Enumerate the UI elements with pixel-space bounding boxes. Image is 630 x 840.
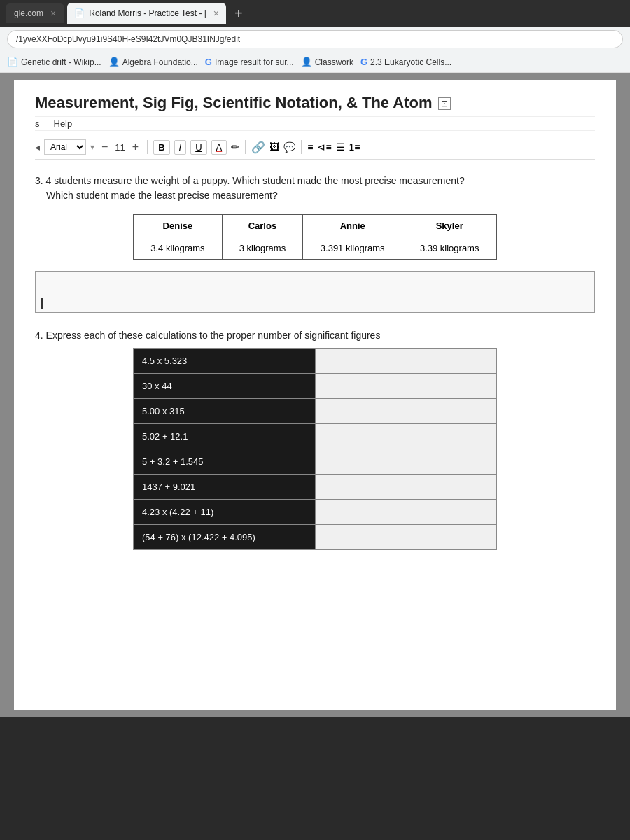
table-row: 30 x 44 xyxy=(134,374,497,399)
bookmark-label-4: Classwork xyxy=(315,57,354,67)
bookmark-icon-3: G xyxy=(205,57,212,67)
calc-answer-8[interactable] xyxy=(315,525,496,550)
tab-inactive-label: gle.com xyxy=(14,8,43,18)
calc-label-8: (54 + 76) x (12.422 + 4.095) xyxy=(134,525,316,550)
table-row: (54 + 76) x (12.422 + 4.095) xyxy=(134,525,497,550)
doc-icon: ⊡ xyxy=(438,97,451,110)
tab-bar: gle.com × 📄 Roland Morris - Practice Tes… xyxy=(0,0,630,27)
question4-number: 4. xyxy=(35,330,46,341)
table-row: 5 + 3.2 + 1.545 xyxy=(134,449,497,475)
bookmark-icon-1: 📄 xyxy=(7,57,18,67)
toolbar-minus[interactable]: − xyxy=(99,141,111,153)
toolbar-align[interactable]: ≡ xyxy=(307,141,313,153)
calc-label-4: 5.02 + 12.1 xyxy=(134,424,316,449)
bookmark-label-5: 2.3 Eukaryotic Cells... xyxy=(370,57,451,67)
col-header-carlos: Carlos xyxy=(222,215,302,237)
tab-active-icon: 📄 xyxy=(74,8,85,18)
toolbar-list-num[interactable]: 1≡ xyxy=(349,141,360,153)
calc-answer-4[interactable] xyxy=(315,424,496,449)
calc-label-6: 1437 + 9.021 xyxy=(134,475,316,500)
bookmark-genetic-drift[interactable]: 📄 Genetic drift - Wikip... xyxy=(7,57,102,67)
table-row: 5.00 x 315 xyxy=(134,399,497,424)
italic-button[interactable]: I xyxy=(174,140,187,155)
toolbar-indent-dec[interactable]: ⊲≡ xyxy=(317,141,331,153)
toolbar-sep1: ▾ xyxy=(90,142,94,152)
font-color-button[interactable]: A xyxy=(211,140,227,155)
table-row: 4.5 x 5.323 xyxy=(134,349,497,374)
table-row: 5.02 + 12.1 xyxy=(134,424,497,449)
bookmark-classwork[interactable]: 👤 Classwork xyxy=(301,57,354,67)
calc-label-3: 5.00 x 315 xyxy=(134,399,316,424)
address-text: /1yveXXFoDcpUvyu91i9S40H-eS9I42tJVm0QJB3… xyxy=(16,34,240,44)
calc-answer-3[interactable] xyxy=(315,399,496,424)
menu-item-help[interactable]: Help xyxy=(54,118,73,129)
question4-line: Express each of these calculations to th… xyxy=(46,330,381,341)
bold-button[interactable]: B xyxy=(153,140,169,155)
toolbar-arrow-left[interactable]: ◂ xyxy=(35,141,40,153)
bookmarks-bar: 📄 Genetic drift - Wikip... 👤 Algebra Fou… xyxy=(0,52,630,73)
table-row: 1437 + 9.021 xyxy=(134,475,497,500)
precision-table: Denise Carlos Annie Skyler 3.4 kilograms… xyxy=(133,214,497,260)
cell-denise: 3.4 kilograms xyxy=(134,237,223,260)
question3-number: 3. xyxy=(35,175,46,186)
toolbar-plus[interactable]: + xyxy=(130,141,141,153)
bookmark-icon-2: 👤 xyxy=(108,57,120,67)
toolbar-image[interactable]: 🖼 xyxy=(270,141,279,153)
calc-label-2: 30 x 44 xyxy=(134,374,316,399)
toolbar-pencil[interactable]: ✏ xyxy=(231,141,239,153)
question3-line1: 4 students measure the weight of a puppy… xyxy=(46,175,465,186)
col-header-annie: Annie xyxy=(303,215,402,237)
tab-inactive[interactable]: gle.com × xyxy=(6,4,64,23)
address-bar[interactable]: /1yveXXFoDcpUvyu91i9S40H-eS9I42tJVm0QJB3… xyxy=(7,30,623,48)
col-header-denise: Denise xyxy=(134,215,223,237)
underline-button[interactable]: U xyxy=(190,140,206,155)
bookmark-icon-5: G xyxy=(360,57,368,67)
calc-answer-6[interactable] xyxy=(315,475,496,500)
bookmark-icon-4: 👤 xyxy=(301,57,312,67)
question3-text: 3. 4 students measure the weight of a pu… xyxy=(35,174,595,203)
menu-bar: s Help xyxy=(35,116,595,131)
tab-active-label: Roland Morris - Practice Test - | xyxy=(89,8,206,18)
toolbar-sep4 xyxy=(301,140,302,154)
toolbar-sep3 xyxy=(245,140,246,154)
calc-label-5: 5 + 3.2 + 1.545 xyxy=(134,449,316,475)
calc-label-7: 4.23 x (4.22 + 11) xyxy=(134,500,316,525)
calc-answer-1[interactable] xyxy=(315,349,496,374)
browser-chrome: gle.com × 📄 Roland Morris - Practice Tes… xyxy=(0,0,630,73)
toolbar-sep2 xyxy=(147,140,148,154)
question4-text: 4. Express each of these calculations to… xyxy=(35,330,595,341)
new-tab-button[interactable]: + xyxy=(229,6,248,22)
doc-wrapper: Measurement, Sig Fig, Scientific Notatio… xyxy=(0,73,630,717)
calc-answer-5[interactable] xyxy=(315,449,496,475)
cell-annie: 3.391 kilograms xyxy=(303,237,402,260)
bookmark-eukaryotic[interactable]: G 2.3 Eukaryotic Cells... xyxy=(360,57,451,67)
bookmark-label-3: Image result for sur... xyxy=(215,57,294,67)
toolbar: ◂ Arial ▾ − 11 + B I U A ✏ 🔗 🖼 💬 ≡ ⊲≡ ☰ … xyxy=(35,135,595,160)
doc-title: Measurement, Sig Fig, Scientific Notatio… xyxy=(35,94,433,112)
bookmark-label-1: Genetic drift - Wikip... xyxy=(21,57,102,67)
calc-answer-7[interactable] xyxy=(315,500,496,525)
calc-table: 4.5 x 5.323 30 x 44 5.00 x 315 5.02 + 12… xyxy=(133,348,497,550)
calc-answer-2[interactable] xyxy=(315,374,496,399)
bookmark-image[interactable]: G Image result for sur... xyxy=(205,57,294,67)
calc-label-1: 4.5 x 5.323 xyxy=(134,349,316,374)
address-bar-row: /1yveXXFoDcpUvyu91i9S40H-eS9I42tJVm0QJB3… xyxy=(0,27,630,52)
cell-carlos: 3 kilograms xyxy=(222,237,302,260)
toolbar-link[interactable]: 🔗 xyxy=(251,141,265,154)
cell-skyler: 3.39 kilograms xyxy=(402,237,497,260)
menu-item-s[interactable]: s xyxy=(35,118,40,129)
tab-inactive-close[interactable]: × xyxy=(50,8,56,19)
tab-active-close[interactable]: × xyxy=(214,8,219,19)
toolbar-comment[interactable]: 💬 xyxy=(284,141,295,153)
question3-line2: Which student made the least precise mea… xyxy=(35,190,278,201)
bookmark-label-2: Algebra Foundatio... xyxy=(122,57,198,67)
toolbar-list-bullet[interactable]: ☰ xyxy=(336,141,345,153)
font-size-label: 11 xyxy=(115,142,125,153)
bookmark-algebra[interactable]: 👤 Algebra Foundatio... xyxy=(108,57,198,67)
doc-container: Measurement, Sig Fig, Scientific Notatio… xyxy=(14,80,616,710)
tab-active[interactable]: 📄 Roland Morris - Practice Test - | × xyxy=(67,3,226,24)
answer-box-q3[interactable] xyxy=(35,271,595,313)
col-header-skyler: Skyler xyxy=(402,215,497,237)
font-select[interactable]: Arial xyxy=(44,139,86,155)
table-row: 4.23 x (4.22 + 11) xyxy=(134,500,497,525)
